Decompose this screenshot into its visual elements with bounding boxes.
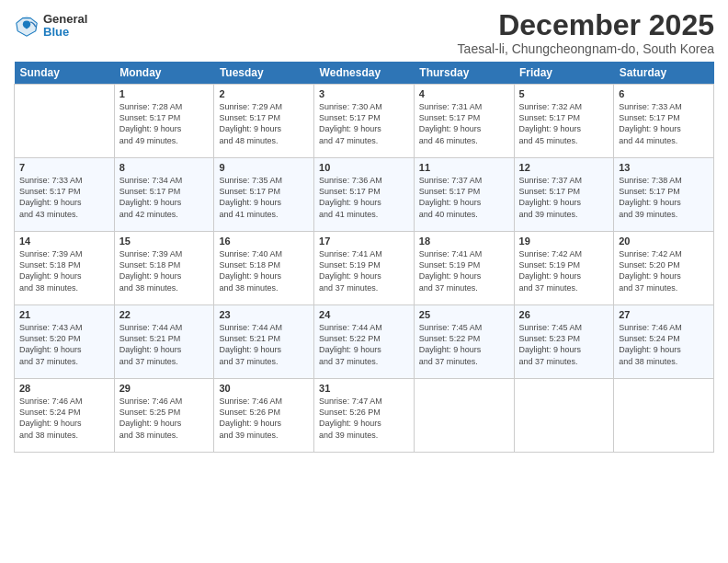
logo-blue-text: Blue	[43, 26, 87, 39]
header: General Blue December 2025 Taesal-li, Ch…	[14, 9, 714, 56]
cell-info: Sunrise: 7:36 AM Sunset: 5:17 PM Dayligh…	[319, 175, 409, 220]
cell-info: Sunrise: 7:39 AM Sunset: 5:18 PM Dayligh…	[19, 248, 109, 293]
calendar-cell: 18Sunrise: 7:41 AM Sunset: 5:19 PM Dayli…	[414, 232, 514, 305]
cell-info: Sunrise: 7:35 AM Sunset: 5:17 PM Dayligh…	[219, 175, 309, 220]
calendar-table: SundayMondayTuesdayWednesdayThursdayFrid…	[14, 62, 714, 453]
calendar-cell: 29Sunrise: 7:46 AM Sunset: 5:25 PM Dayli…	[114, 379, 214, 453]
logo-text: General Blue	[43, 13, 87, 40]
calendar-cell: 1Sunrise: 7:28 AM Sunset: 5:17 PM Daylig…	[114, 85, 214, 158]
calendar-cell: 12Sunrise: 7:37 AM Sunset: 5:17 PM Dayli…	[514, 158, 614, 232]
day-number: 15	[119, 236, 210, 247]
calendar-cell: 4Sunrise: 7:31 AM Sunset: 5:17 PM Daylig…	[414, 85, 514, 158]
day-number: 8	[119, 162, 210, 173]
col-header-thursday: Thursday	[414, 62, 514, 85]
week-row-5: 28Sunrise: 7:46 AM Sunset: 5:24 PM Dayli…	[15, 379, 714, 453]
col-header-sunday: Sunday	[15, 62, 115, 85]
day-number: 31	[319, 383, 409, 394]
day-number: 3	[319, 88, 409, 99]
cell-info: Sunrise: 7:38 AM Sunset: 5:17 PM Dayligh…	[619, 175, 709, 220]
cell-info: Sunrise: 7:45 AM Sunset: 5:23 PM Dayligh…	[519, 322, 609, 367]
cell-info: Sunrise: 7:37 AM Sunset: 5:17 PM Dayligh…	[519, 175, 609, 220]
cell-info: Sunrise: 7:31 AM Sunset: 5:17 PM Dayligh…	[419, 101, 509, 146]
week-row-3: 14Sunrise: 7:39 AM Sunset: 5:18 PM Dayli…	[15, 232, 714, 305]
cell-info: Sunrise: 7:33 AM Sunset: 5:17 PM Dayligh…	[19, 175, 109, 220]
day-number: 28	[19, 383, 109, 394]
page: General Blue December 2025 Taesal-li, Ch…	[0, 0, 728, 563]
cell-info: Sunrise: 7:29 AM Sunset: 5:17 PM Dayligh…	[219, 101, 309, 146]
day-number: 18	[419, 236, 509, 247]
col-header-monday: Monday	[114, 62, 214, 85]
day-number: 9	[219, 162, 309, 173]
cell-info: Sunrise: 7:37 AM Sunset: 5:17 PM Dayligh…	[419, 175, 509, 220]
day-number: 14	[19, 236, 109, 247]
cell-info: Sunrise: 7:46 AM Sunset: 5:26 PM Dayligh…	[219, 396, 309, 441]
calendar-cell: 8Sunrise: 7:34 AM Sunset: 5:17 PM Daylig…	[114, 158, 214, 232]
calendar-cell: 17Sunrise: 7:41 AM Sunset: 5:19 PM Dayli…	[314, 232, 415, 305]
cell-info: Sunrise: 7:42 AM Sunset: 5:19 PM Dayligh…	[519, 248, 609, 293]
cell-info: Sunrise: 7:46 AM Sunset: 5:24 PM Dayligh…	[619, 322, 709, 367]
calendar-cell: 25Sunrise: 7:45 AM Sunset: 5:22 PM Dayli…	[414, 305, 514, 379]
week-row-1: 1Sunrise: 7:28 AM Sunset: 5:17 PM Daylig…	[15, 85, 714, 158]
month-title: December 2025	[458, 9, 714, 41]
day-number: 20	[619, 236, 709, 247]
cell-info: Sunrise: 7:43 AM Sunset: 5:20 PM Dayligh…	[19, 322, 109, 367]
calendar-cell: 26Sunrise: 7:45 AM Sunset: 5:23 PM Dayli…	[514, 305, 614, 379]
day-number: 13	[619, 162, 709, 173]
cell-info: Sunrise: 7:40 AM Sunset: 5:18 PM Dayligh…	[219, 248, 309, 293]
cell-info: Sunrise: 7:45 AM Sunset: 5:22 PM Dayligh…	[419, 322, 509, 367]
cell-info: Sunrise: 7:42 AM Sunset: 5:20 PM Dayligh…	[619, 248, 709, 293]
calendar-cell: 15Sunrise: 7:39 AM Sunset: 5:18 PM Dayli…	[114, 232, 214, 305]
cell-info: Sunrise: 7:30 AM Sunset: 5:17 PM Dayligh…	[319, 101, 409, 146]
cell-info: Sunrise: 7:33 AM Sunset: 5:17 PM Dayligh…	[619, 101, 709, 146]
day-number: 23	[219, 309, 309, 320]
day-number: 12	[519, 162, 609, 173]
calendar-cell: 14Sunrise: 7:39 AM Sunset: 5:18 PM Dayli…	[15, 232, 115, 305]
day-number: 24	[319, 309, 409, 320]
calendar-cell: 27Sunrise: 7:46 AM Sunset: 5:24 PM Dayli…	[614, 305, 714, 379]
calendar-cell: 19Sunrise: 7:42 AM Sunset: 5:19 PM Dayli…	[514, 232, 614, 305]
calendar-cell: 3Sunrise: 7:30 AM Sunset: 5:17 PM Daylig…	[314, 85, 415, 158]
logo-general-text: General	[43, 13, 87, 26]
day-number: 29	[119, 383, 210, 394]
calendar-cell: 2Sunrise: 7:29 AM Sunset: 5:17 PM Daylig…	[214, 85, 314, 158]
cell-info: Sunrise: 7:44 AM Sunset: 5:21 PM Dayligh…	[219, 322, 309, 367]
calendar-cell: 22Sunrise: 7:44 AM Sunset: 5:21 PM Dayli…	[114, 305, 214, 379]
cell-info: Sunrise: 7:47 AM Sunset: 5:26 PM Dayligh…	[319, 396, 409, 441]
logo: General Blue	[14, 13, 87, 40]
calendar-cell	[614, 379, 714, 453]
calendar-cell: 28Sunrise: 7:46 AM Sunset: 5:24 PM Dayli…	[15, 379, 115, 453]
day-number: 11	[419, 162, 509, 173]
calendar-cell: 11Sunrise: 7:37 AM Sunset: 5:17 PM Dayli…	[414, 158, 514, 232]
col-header-friday: Friday	[514, 62, 614, 85]
calendar-cell: 6Sunrise: 7:33 AM Sunset: 5:17 PM Daylig…	[614, 85, 714, 158]
calendar-cell	[414, 379, 514, 453]
calendar-cell: 10Sunrise: 7:36 AM Sunset: 5:17 PM Dayli…	[314, 158, 415, 232]
day-number: 21	[19, 309, 109, 320]
day-number: 2	[219, 88, 309, 99]
day-number: 26	[519, 309, 609, 320]
calendar-cell: 30Sunrise: 7:46 AM Sunset: 5:26 PM Dayli…	[214, 379, 314, 453]
day-number: 4	[419, 88, 509, 99]
day-number: 25	[419, 309, 509, 320]
cell-info: Sunrise: 7:41 AM Sunset: 5:19 PM Dayligh…	[319, 248, 409, 293]
week-row-2: 7Sunrise: 7:33 AM Sunset: 5:17 PM Daylig…	[15, 158, 714, 232]
logo-icon	[14, 13, 40, 39]
cell-info: Sunrise: 7:44 AM Sunset: 5:21 PM Dayligh…	[119, 322, 210, 367]
day-number: 30	[219, 383, 309, 394]
day-number: 22	[119, 309, 210, 320]
day-number: 10	[319, 162, 409, 173]
calendar-cell: 5Sunrise: 7:32 AM Sunset: 5:17 PM Daylig…	[514, 85, 614, 158]
cell-info: Sunrise: 7:46 AM Sunset: 5:24 PM Dayligh…	[19, 396, 109, 441]
week-row-4: 21Sunrise: 7:43 AM Sunset: 5:20 PM Dayli…	[15, 305, 714, 379]
cell-info: Sunrise: 7:28 AM Sunset: 5:17 PM Dayligh…	[119, 101, 210, 146]
calendar-cell: 16Sunrise: 7:40 AM Sunset: 5:18 PM Dayli…	[214, 232, 314, 305]
calendar-cell: 24Sunrise: 7:44 AM Sunset: 5:22 PM Dayli…	[314, 305, 415, 379]
calendar-cell: 31Sunrise: 7:47 AM Sunset: 5:26 PM Dayli…	[314, 379, 415, 453]
col-header-saturday: Saturday	[614, 62, 714, 85]
cell-info: Sunrise: 7:44 AM Sunset: 5:22 PM Dayligh…	[319, 322, 409, 367]
calendar-cell: 21Sunrise: 7:43 AM Sunset: 5:20 PM Dayli…	[15, 305, 115, 379]
title-block: December 2025 Taesal-li, Chungcheongnam-…	[458, 9, 714, 56]
calendar-cell: 20Sunrise: 7:42 AM Sunset: 5:20 PM Dayli…	[614, 232, 714, 305]
calendar-cell: 9Sunrise: 7:35 AM Sunset: 5:17 PM Daylig…	[214, 158, 314, 232]
day-number: 17	[319, 236, 409, 247]
